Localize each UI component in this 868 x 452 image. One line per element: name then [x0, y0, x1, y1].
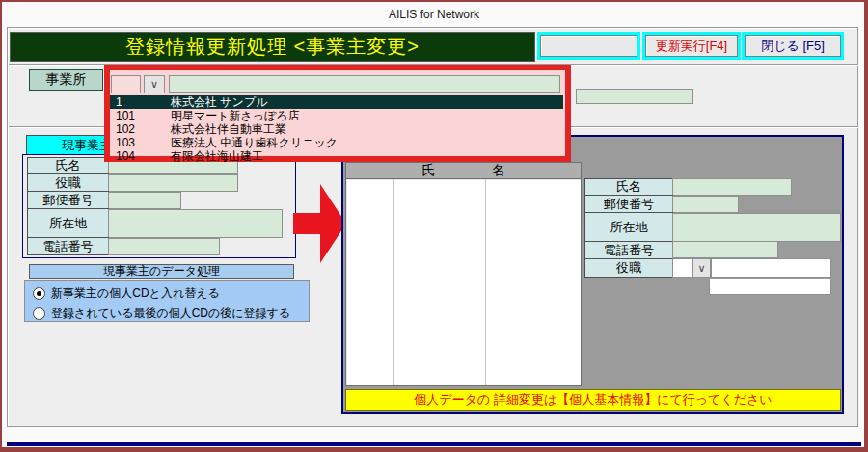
office-display-field[interactable]	[169, 75, 560, 93]
close-button-frame: 閉じる [F5]	[742, 32, 844, 60]
blank-button-frame	[537, 32, 640, 60]
office-dropdown-button[interactable]: ∨	[144, 75, 165, 93]
page-title: 登録情報更新処理 <事業主変更>	[10, 32, 535, 62]
office-code-input[interactable]	[111, 75, 141, 93]
column-divider	[485, 179, 486, 385]
chevron-down-icon: ∨	[150, 78, 158, 91]
new-position-label: 役職	[584, 258, 673, 278]
item-name: 有限会社海山建工	[171, 148, 263, 165]
current-phone-label: 電話番号	[27, 237, 109, 255]
person-list[interactable]	[345, 179, 582, 386]
arrow-right-icon	[290, 179, 348, 268]
current-postal-label: 郵便番号	[27, 191, 109, 209]
radio-option-label: 登録されている最後の個人CDの後に登録する	[51, 306, 290, 322]
position-code-input[interactable]	[672, 258, 692, 278]
current-address-label: 所在地	[27, 208, 109, 238]
new-address-label: 所在地	[584, 212, 673, 242]
current-address-field[interactable]	[108, 209, 283, 238]
current-position-label: 役職	[27, 173, 109, 192]
radio-option-append[interactable]: 登録されている最後の個人CDの後に登録する	[33, 306, 290, 320]
radio-unselected-icon	[33, 307, 45, 320]
office-name-field[interactable]	[576, 89, 693, 104]
new-phone-label: 電話番号	[584, 241, 673, 259]
item-code: 103	[110, 136, 171, 149]
notice-bar: 個人データの 詳細変更は【個人基本情報】にて行ってください	[345, 389, 841, 411]
new-name-label: 氏名	[584, 178, 673, 196]
current-position-field[interactable]	[108, 174, 238, 192]
position-dropdown-button[interactable]: ∨	[692, 258, 711, 278]
new-phone-field[interactable]	[672, 241, 778, 258]
position-extra-field[interactable]	[709, 279, 831, 295]
radio-option-label: 新事業主の個人CDと入れ替える	[51, 285, 220, 302]
update-button-frame: 更新実行[F4]	[642, 32, 741, 60]
person-list-header: 氏 名	[345, 162, 582, 179]
new-name-field[interactable]	[672, 178, 792, 196]
update-execute-button[interactable]: 更新実行[F4]	[645, 35, 738, 57]
current-name-label: 氏名	[27, 157, 109, 174]
header-mei: 名	[492, 162, 505, 179]
item-code: 102	[110, 122, 171, 136]
office-dropdown-popup: ∨ 1 株式会社 サンプル 101 明星マート新さっぽろ店 102 株式会社伴自…	[104, 65, 571, 162]
header-sei: 氏	[422, 162, 436, 179]
data-processing-box: 新事業主の個人CDと入れ替える 登録されている最後の個人CDの後に登録する	[24, 280, 310, 322]
office-label: 事業所	[29, 69, 103, 91]
new-postal-field[interactable]	[672, 196, 739, 213]
current-postal-field[interactable]	[108, 192, 181, 209]
item-code: 101	[110, 109, 171, 122]
window-title: AILIS for Network	[0, 8, 868, 21]
current-phone-field[interactable]	[108, 238, 220, 255]
screen: AILIS for Network 登録情報更新処理 <事業主変更> 更新実行[…	[0, 0, 868, 452]
new-address-field[interactable]	[672, 213, 841, 242]
close-button[interactable]: 閉じる [F5]	[745, 35, 841, 57]
radio-selected-icon	[33, 287, 45, 300]
bottom-border-line	[7, 442, 861, 446]
radio-option-replace[interactable]: 新事業主の個人CDと入れ替える	[33, 286, 220, 300]
item-code: 1	[110, 95, 171, 109]
item-code: 104	[110, 149, 171, 163]
column-divider	[393, 179, 394, 385]
new-postal-label: 郵便番号	[584, 195, 673, 213]
data-processing-header: 現事業主のデータ処理	[29, 264, 294, 279]
chevron-down-icon: ∨	[697, 262, 705, 275]
blank-button[interactable]	[540, 35, 637, 57]
dropdown-item[interactable]: 104 有限会社海山建工	[110, 149, 563, 163]
position-name-field[interactable]	[711, 258, 831, 278]
